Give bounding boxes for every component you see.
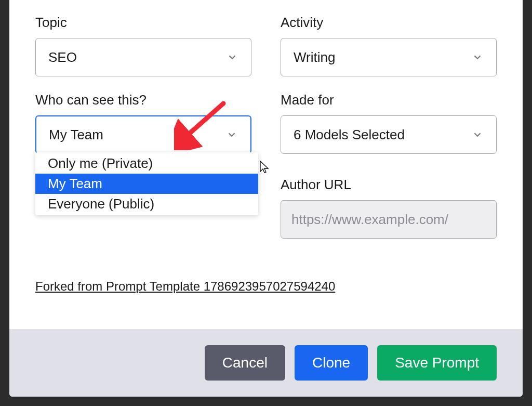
visibility-field: Who can see this? My Team Only me (Priva… — [35, 92, 251, 154]
madefor-select[interactable]: 6 Models Selected — [281, 115, 497, 154]
activity-select[interactable]: Writing — [281, 38, 497, 76]
chevron-down-icon — [471, 51, 484, 63]
madefor-field: Made for 6 Models Selected — [281, 92, 497, 154]
visibility-select[interactable]: My Team — [35, 115, 251, 154]
activity-field: Activity Writing — [281, 15, 497, 76]
visibility-dropdown: Only me (Private) My Team Everyone (Publ… — [35, 152, 258, 215]
visibility-value: My Team — [49, 127, 103, 143]
clone-button[interactable]: Clone — [295, 345, 368, 381]
modal: Topic SEO Activity Writing — [9, 0, 523, 397]
visibility-option-team[interactable]: My Team — [35, 174, 258, 194]
authorurl-label: Author URL — [281, 177, 497, 193]
fork-link[interactable]: Forked from Prompt Template 178692395702… — [35, 279, 335, 294]
footer: Cancel Clone Save Prompt — [9, 329, 523, 397]
activity-label: Activity — [281, 15, 497, 31]
visibility-label: Who can see this? — [35, 92, 251, 108]
topic-label: Topic — [35, 15, 251, 31]
authorurl-input[interactable] — [281, 200, 497, 239]
save-button[interactable]: Save Prompt — [377, 345, 497, 381]
topic-value: SEO — [48, 49, 77, 66]
chevron-down-icon — [226, 51, 238, 63]
madefor-label: Made for — [281, 92, 497, 108]
madefor-value: 6 Models Selected — [294, 127, 405, 143]
topic-select[interactable]: SEO — [35, 38, 251, 76]
form-area: Topic SEO Activity Writing — [9, 0, 523, 304]
authorurl-field: Author URL — [281, 177, 497, 239]
topic-field: Topic SEO — [35, 15, 251, 76]
visibility-option-public[interactable]: Everyone (Public) — [35, 194, 258, 214]
chevron-down-icon — [225, 128, 238, 141]
row-2: Who can see this? My Team Only me (Priva… — [35, 92, 497, 154]
activity-value: Writing — [294, 49, 335, 66]
cancel-button[interactable]: Cancel — [205, 345, 285, 381]
row-1: Topic SEO Activity Writing — [35, 15, 497, 76]
visibility-option-private[interactable]: Only me (Private) — [35, 153, 258, 174]
chevron-down-icon — [471, 128, 484, 141]
